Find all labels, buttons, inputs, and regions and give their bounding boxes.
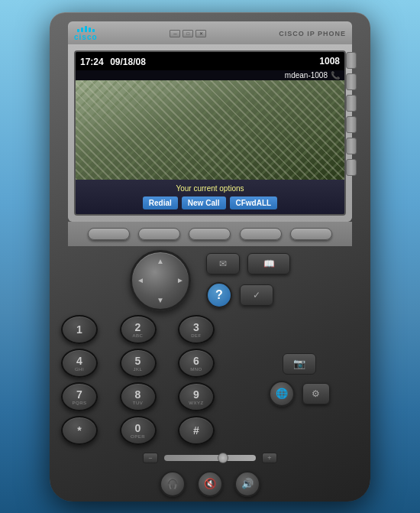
phone-body: cisco ─ □ ✕ CISCO IP PHONE — [50, 12, 370, 502]
key-8[interactable]: 8 TUV — [120, 382, 157, 411]
key-5-sub: JKL — [134, 367, 143, 372]
mute-icon: 🔇 — [204, 478, 216, 489]
key-8-sub: TUV — [133, 401, 144, 405]
nav-left-arrow: ◄ — [137, 276, 144, 284]
nav-circle[interactable]: ▲ ▼ ◄ ► — [130, 250, 191, 311]
line-button-5[interactable] — [346, 138, 357, 154]
help-button[interactable]: ? — [206, 282, 232, 308]
globe-button[interactable]: 🌐 — [269, 381, 295, 407]
key-2-num: 2 — [135, 321, 141, 333]
newcall-softkey[interactable]: New Call — [182, 196, 226, 209]
line-button-2[interactable] — [346, 73, 357, 90]
key-9[interactable]: 9 WXYZ — [178, 382, 215, 411]
close-button[interactable]: ✕ — [195, 30, 206, 37]
bottom-func-row: 🎧 🔇 🔊 — [50, 467, 370, 501]
key-1[interactable]: 1 — [61, 315, 98, 344]
extension-display: 1008 — [319, 56, 340, 67]
func-row-1: 📷 — [283, 353, 316, 375]
user-name: mdean-1008 — [285, 71, 328, 80]
key-6-sub: MNO — [190, 367, 202, 372]
key-9-sub: WXYZ — [189, 401, 203, 405]
services-button[interactable]: ✓ — [240, 284, 273, 306]
softkey-pill-1[interactable] — [88, 228, 130, 240]
video-button[interactable]: 📷 — [283, 353, 316, 375]
key-0-sub: OPER — [131, 434, 145, 439]
cisco-header: cisco ─ □ ✕ CISCO IP PHONE — [68, 21, 352, 44]
key-8-num: 8 — [135, 388, 141, 401]
screen-container: 17:24 09/18/08 1008 mdean-1008 📞 — [68, 44, 352, 222]
key-hash[interactable]: # — [178, 416, 215, 445]
key-7-num: 7 — [76, 388, 82, 401]
maximize-button[interactable]: □ — [183, 30, 193, 37]
cisco-bar-5 — [92, 29, 95, 32]
window-controls: ─ □ ✕ — [170, 30, 206, 37]
directories-button[interactable]: 📖 — [247, 253, 290, 274]
line-button-6[interactable] — [346, 159, 357, 176]
phone-status-icon: 📞 — [331, 71, 340, 80]
settings-icon: ⚙ — [312, 388, 320, 399]
video-area — [76, 80, 344, 180]
func-buttons: 📷 🌐 ⚙ — [240, 315, 359, 445]
line-button-4[interactable] — [346, 116, 357, 133]
softkey-pill-4[interactable] — [240, 228, 282, 240]
key-4-num: 4 — [76, 355, 82, 367]
messages-button[interactable]: ✉ — [206, 253, 240, 274]
cisco-bar-3 — [85, 26, 87, 32]
key-5[interactable]: 5 JKL — [120, 349, 157, 378]
headset-icon: 🎧 — [166, 478, 179, 489]
screen-top-bar: 17:24 09/18/08 1008 — [76, 52, 344, 70]
volume-slider[interactable] — [164, 455, 256, 461]
nav-down-arrow: ▼ — [157, 296, 164, 304]
key-star[interactable]: * — [61, 416, 98, 445]
screen-bottom: Your current options Redial New Call CFw… — [76, 180, 344, 214]
key-3-num: 3 — [193, 321, 199, 333]
speaker-button[interactable]: 🔊 — [234, 471, 260, 497]
line-button-1[interactable] — [346, 52, 357, 69]
key-1-num: 1 — [76, 323, 82, 336]
key-4[interactable]: 4 GHI — [61, 349, 98, 378]
check-icon: ✓ — [253, 290, 260, 300]
key-2[interactable]: 2 ABC — [120, 315, 157, 344]
redial-softkey[interactable]: Redial — [143, 196, 178, 209]
softkey-buttons-row: Redial New Call CFwdALL — [80, 196, 340, 209]
nav-function-area: ▲ ▼ ◄ ► ✉ 📖 ? — [50, 246, 370, 311]
action-buttons-right: ✉ 📖 ? ✓ — [206, 253, 290, 308]
user-info-bar: mdean-1008 📞 — [76, 70, 344, 80]
softkey-pill-2[interactable] — [138, 228, 180, 240]
camera-icon: 📷 — [293, 358, 305, 369]
speaker-icon: 🔊 — [241, 478, 254, 489]
envelope-icon: ✉ — [219, 258, 227, 269]
action-row-2: ? ✓ — [206, 282, 290, 308]
key-6[interactable]: 6 MNO — [178, 349, 215, 378]
keypad-area: 1 2 ABC 3 DEF 4 GHI 5 JKL — [50, 311, 370, 449]
softkey-pill-row — [68, 222, 352, 246]
key-0[interactable]: 0 OPER — [120, 416, 157, 445]
key-3-sub: DEF — [191, 333, 202, 338]
minimize-button[interactable]: ─ — [170, 30, 180, 37]
globe-icon: 🌐 — [276, 388, 288, 399]
volume-thumb[interactable] — [218, 453, 228, 463]
phone-top: cisco ─ □ ✕ CISCO IP PHONE — [50, 12, 370, 246]
settings-button[interactable]: ⚙ — [302, 383, 330, 404]
cisco-logo: cisco — [74, 26, 98, 41]
line-button-3[interactable] — [346, 95, 357, 112]
volume-minus-button[interactable]: − — [143, 453, 158, 463]
key-star-num: * — [77, 424, 81, 437]
key-7[interactable]: 7 PQRS — [61, 382, 98, 411]
key-3[interactable]: 3 DEF — [178, 315, 215, 344]
time-value: 17:24 — [80, 57, 104, 67]
volume-row: − + — [50, 449, 370, 467]
model-label: CISCO IP PHONE — [279, 30, 346, 37]
nav-up-arrow: ▲ — [157, 257, 164, 265]
headset-button[interactable]: 🎧 — [160, 471, 186, 497]
phone-screen: 17:24 09/18/08 1008 mdean-1008 📞 — [74, 50, 346, 216]
softkey-pill-3[interactable] — [189, 228, 231, 240]
date-value: 09/18/08 — [110, 57, 146, 67]
mute-button[interactable]: 🔇 — [197, 471, 223, 497]
softkey-pill-5[interactable] — [290, 228, 332, 240]
right-side-buttons — [346, 52, 357, 176]
volume-plus-button[interactable]: + — [262, 453, 277, 463]
cfwdall-softkey[interactable]: CFwdALL — [230, 196, 278, 209]
key-hash-num: # — [193, 424, 199, 437]
key-4-sub: GHI — [75, 367, 84, 372]
